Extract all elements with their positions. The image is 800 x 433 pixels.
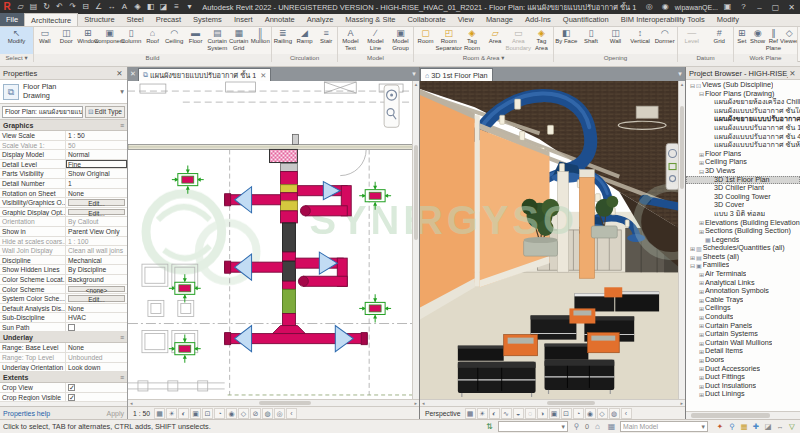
shadows-icon[interactable]: ◐ [178, 408, 189, 419]
default-3d-view-icon[interactable]: ◧ [144, 0, 157, 14]
type-selector-caret-icon[interactable]: ▾ [120, 87, 124, 96]
show-constraints-icon[interactable]: ⊘ [250, 408, 261, 419]
help-icon[interactable]: ? [737, 0, 750, 14]
measure-icon[interactable]: ∠ [92, 0, 105, 14]
shadows-icon[interactable]: ◐ [489, 408, 500, 419]
tree-item-duct-fittings[interactable]: ⊞Duct Fittings [686, 373, 800, 382]
ribbon-tab-structure[interactable]: Structure [78, 13, 120, 26]
design-options-home-icon[interactable]: ⌂ [592, 422, 603, 431]
cart-icon[interactable]: ▣ [721, 0, 734, 14]
tree-expander-icon[interactable]: ⊞ [689, 245, 696, 252]
property-value[interactable]: By Discipline [66, 265, 127, 274]
visual-style-icon[interactable]: ▦ [154, 408, 165, 419]
tree-item-4[interactable]: แผนผังแบบปรับอากาศ ชั้น 4 [686, 133, 800, 142]
edit-type-button[interactable]: ⊟ Edit Type [85, 106, 125, 118]
section-collapse-icon[interactable]: ≡ [120, 334, 124, 341]
room-button[interactable]: ▢Room [414, 27, 437, 54]
tag-icon[interactable]: ◈ [131, 0, 144, 14]
tree-expander-icon[interactable]: ⊞ [698, 322, 705, 329]
ribbon-tab-manage[interactable]: Manage [480, 13, 519, 26]
tree-item-3d-chiller-plant[interactable]: 3D Chiller Plant [686, 184, 800, 193]
tree-item-[interactable]: แผนผังขยายแบบปรับอากาศ ชั... [686, 115, 800, 124]
by-face-button[interactable]: ◧By Face [554, 27, 579, 54]
property-value[interactable]: 1 [66, 179, 127, 188]
photographic-exposure-icon[interactable]: ◑ [537, 408, 548, 419]
property-checkbox[interactable]: ✓ [68, 384, 75, 391]
ribbon-tab-collaborate[interactable]: Collaborate [401, 13, 451, 26]
tree-expander-icon[interactable]: ⊞ [698, 391, 705, 398]
tree-item-duct-insulations[interactable]: ⊞Duct Insulations [686, 382, 800, 391]
column-button[interactable]: ▯Column [120, 27, 142, 54]
property-value[interactable]: None [66, 189, 127, 198]
modify-button[interactable]: ↖Modify [0, 27, 33, 54]
view-type-combo[interactable]: Floor Plan: แผนผังขยายแบบปรับอากา ▾ [2, 106, 83, 118]
visual-style-icon[interactable]: ▦ [465, 408, 476, 419]
curtain-grid-button[interactable]: ▦Curtain Grid [228, 27, 250, 54]
tree-item-families[interactable]: ⊟▣Families [686, 261, 800, 270]
mullion-button[interactable]: ║Mullion [249, 27, 271, 54]
shaft-button[interactable]: ▯Shaft [579, 27, 604, 54]
property-edit-button[interactable]: Edit... [68, 295, 125, 302]
component-button[interactable]: ▣Component [99, 27, 121, 54]
properties-section-extents[interactable]: Extents≡ [0, 372, 127, 383]
properties-help-link[interactable]: Properties help [3, 410, 106, 417]
tree-item-1[interactable]: แผนผังแบบปรับอากาศ ชั้น 1 [686, 124, 800, 133]
tree-item-curtain-systems[interactable]: ⊞Curtain Systems [686, 330, 800, 339]
tree-expander-icon[interactable]: ⊞ [698, 383, 705, 390]
tree-expander-icon[interactable]: ⊞ [698, 297, 705, 304]
aligned-dimension-icon[interactable]: ↔ [105, 0, 118, 14]
tree-expander-icon[interactable]: ⊞ [698, 331, 705, 338]
expand-icon[interactable]: ‹ [286, 408, 297, 419]
main-model-combo[interactable]: Main Model▾ [620, 421, 708, 432]
revit-logo[interactable]: R [0, 1, 14, 13]
property-value[interactable]: Normal [66, 150, 127, 159]
section-icon[interactable]: ◪ [157, 0, 170, 14]
door-button[interactable]: ◫Door [56, 27, 78, 54]
ribbon-tab-architecture[interactable]: Architecture [24, 13, 78, 26]
plan-horizontal-scrollbar[interactable]: ◂▸ [128, 399, 419, 406]
tree-item-floor-plans[interactable]: ⊞Floor Plans [686, 150, 800, 159]
grid-button[interactable]: #Grid [706, 27, 734, 54]
tree-item-3d-views[interactable]: ⊟3D Views [686, 167, 800, 176]
tree-expander-icon[interactable]: ⊞ [698, 348, 705, 355]
wall-button[interactable]: ▭Wall [34, 27, 56, 54]
sun-path-icon[interactable]: ☀ [477, 408, 488, 419]
undo-icon[interactable]: ↶ [53, 0, 66, 14]
tree-expander-icon[interactable]: ⊞ [698, 365, 705, 372]
reveal-hidden-icon[interactable]: ◉ [226, 408, 237, 419]
text-icon[interactable]: A [118, 0, 131, 14]
apply-button[interactable]: Apply [106, 410, 124, 417]
ramp-button[interactable]: ◢Ramp [294, 27, 316, 54]
threed-canvas[interactable]: RGYSO ▴ [420, 81, 685, 399]
railing-button[interactable]: ≣Railing [272, 27, 294, 54]
tree-expander-icon[interactable]: ⊞ [698, 219, 705, 226]
tree-item-conduits[interactable]: ⊞Conduits [686, 313, 800, 322]
property-value[interactable]: Mechanical [66, 256, 127, 265]
show-crop-icon[interactable]: ⊡ [202, 408, 213, 419]
worksharing-display-icon[interactable]: ◍ [609, 408, 620, 419]
tree-item-legends[interactable]: ▦Legends [686, 236, 800, 245]
search-icon[interactable]: ◎ [643, 0, 656, 14]
project-browser-close-icon[interactable]: ✕ [788, 69, 797, 78]
temporary-hide-isolate-icon[interactable]: ◔ [573, 408, 584, 419]
worksharing-display-icon[interactable]: ◍ [262, 408, 273, 419]
ribbon-tab-file[interactable]: File [0, 13, 24, 26]
worksharing-sync-icon[interactable]: ⇅ [484, 422, 495, 431]
type-selector[interactable]: ⧉ Floor Plan Drawing ▾ [0, 80, 127, 104]
properties-section-underlay[interactable]: Underlay≡ [0, 332, 127, 343]
threed-horizontal-scrollbar[interactable]: ◂▸ [420, 399, 685, 406]
property-value[interactable]: Fine [66, 160, 127, 169]
tree-item-3d-cooling-tower[interactable]: 3D Cooling Tower [686, 193, 800, 202]
select-pinned-icon[interactable]: ✚ [751, 422, 761, 431]
tree-expander-icon[interactable]: ⊞ [698, 374, 705, 381]
property-value[interactable]: Unbounded [66, 353, 127, 362]
save-icon[interactable]: ▤ [27, 0, 40, 14]
tree-expander-icon[interactable]: ⊞ [698, 314, 705, 321]
ceiling-button[interactable]: ◠Ceiling [163, 27, 185, 54]
editable-only-icon[interactable]: ⚲ [571, 422, 582, 431]
tree-expander-icon[interactable]: ⊞ [689, 254, 696, 261]
tree-item-floor-plans-drawing[interactable]: ⊟Floor Plans (Drawing) [686, 90, 800, 99]
temporary-view-properties-icon[interactable]: ◇ [597, 408, 608, 419]
tree-expander-icon[interactable]: ⊟ [689, 262, 696, 269]
tree-expander-icon[interactable]: ⊞ [698, 288, 705, 295]
